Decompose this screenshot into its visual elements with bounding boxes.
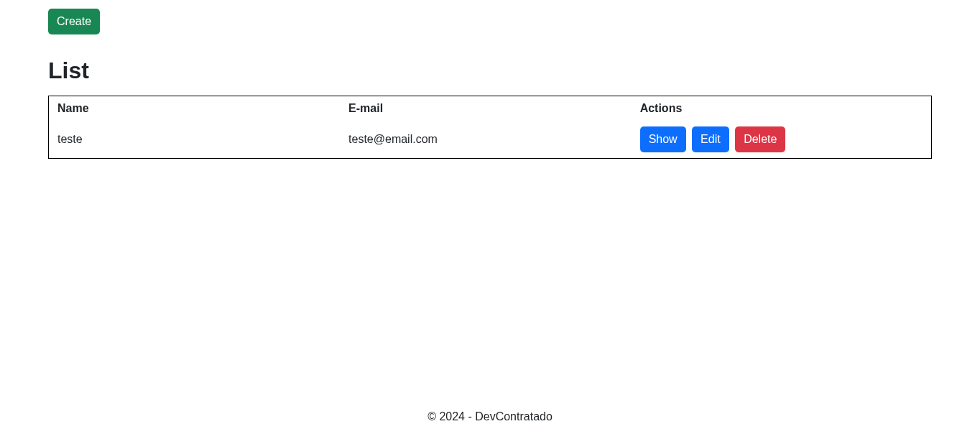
cell-name: teste: [49, 121, 341, 159]
show-button[interactable]: Show: [640, 126, 686, 152]
header-name: Name: [49, 96, 341, 121]
edit-button[interactable]: Edit: [692, 126, 729, 152]
create-button[interactable]: Create: [48, 9, 100, 34]
page-title: List: [48, 57, 932, 84]
footer-text: © 2024 - DevContratado: [427, 410, 553, 423]
cell-actions: Show Edit Delete: [632, 121, 932, 159]
table-header-row: Name E-mail Actions: [49, 96, 932, 121]
delete-button[interactable]: Delete: [735, 126, 785, 152]
header-email: E-mail: [340, 96, 632, 121]
main-container: Create List Name E-mail Actions teste te…: [0, 0, 980, 403]
header-actions: Actions: [632, 96, 932, 121]
table-row: teste teste@email.com Show Edit Delete: [49, 121, 932, 159]
list-table: Name E-mail Actions teste teste@email.co…: [48, 96, 932, 159]
footer: © 2024 - DevContratado: [0, 403, 980, 429]
cell-email: teste@email.com: [340, 121, 632, 159]
